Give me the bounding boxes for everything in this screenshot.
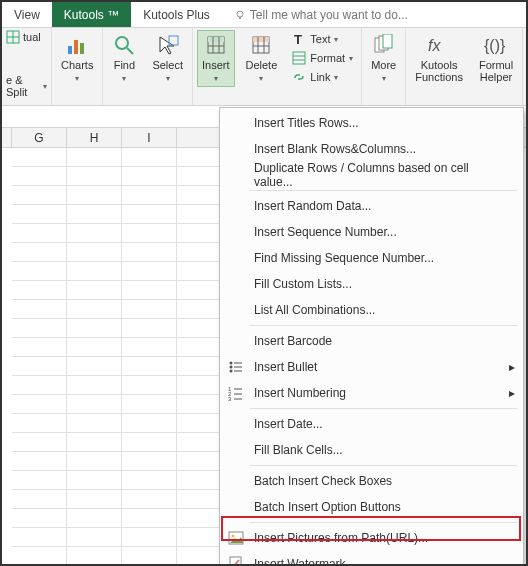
fx-icon: fx [427,33,451,57]
menu-insert-watermark[interactable]: Insert Watermark... [220,551,523,566]
tual-label: tual [23,31,41,43]
menu-label: Insert Date... [254,417,323,431]
svg-point-8 [116,37,128,49]
e-split-label[interactable]: e & Split [6,74,40,98]
svg-point-32 [230,366,233,369]
numbered-list-icon: 123 [226,383,246,403]
insert-label: Insert [202,59,230,71]
svg-rect-44 [230,557,241,566]
col-header-h[interactable]: H [67,128,122,147]
menu-label: Find Missing Sequence Number... [254,251,434,265]
svg-rect-22 [293,52,305,64]
menu-label: Batch Insert Check Boxes [254,474,392,488]
menu-separator [250,408,517,409]
menu-insert-titles-rows[interactable]: Insert Titles Rows... [220,110,523,136]
chart-icon [65,33,89,57]
menu-insert-bullet[interactable]: Insert Bullet ▸ [220,354,523,380]
lightbulb-icon [234,9,246,21]
menu-insert-sequence-number[interactable]: Insert Sequence Number... [220,219,523,245]
find-label: Find [114,59,135,71]
svg-point-0 [237,11,243,17]
tab-kutools-plus[interactable]: Kutools Plus [131,2,222,27]
format-button[interactable]: Format▾ [288,49,357,67]
svg-text:fx: fx [428,37,441,54]
menu-label: Insert Pictures from Path(URL)... [254,531,428,545]
menu-label: Insert Barcode [254,334,332,348]
more-button[interactable]: More▾ [366,30,401,87]
more-icon [372,33,396,57]
tell-me-label: Tell me what you want to do... [250,8,408,22]
chevron-right-icon: ▸ [509,360,515,374]
bullet-list-icon [226,357,246,377]
insert-dropdown-menu: Insert Titles Rows... Insert Blank Rows&… [219,107,524,566]
format-icon [292,51,306,65]
menu-insert-barcode[interactable]: Insert Barcode [220,328,523,354]
menu-label: Insert Titles Rows... [254,116,359,130]
delete-label: Delete [246,59,278,71]
formula-helper-label: Formul Helper [479,59,513,83]
format-label: Format [310,52,345,64]
menu-label: Duplicate Rows / Columns based on cell v… [254,161,503,189]
more-label: More [371,59,396,71]
text-label: Text [310,33,330,45]
select-label: Select [152,59,183,71]
menu-label: Insert Watermark... [254,557,356,566]
svg-point-30 [230,362,233,365]
menu-label: Insert Blank Rows&Columns... [254,142,416,156]
delete-icon [249,33,273,57]
tab-view[interactable]: View [2,2,52,27]
svg-line-9 [127,48,133,54]
menu-insert-date[interactable]: Insert Date... [220,411,523,437]
ribbon: tual e & Split▾ Charts▾ Find▾ [2,28,526,106]
formula-helper-button[interactable]: {()} Formul Helper [474,30,518,86]
picture-icon [226,528,246,548]
svg-rect-5 [68,46,72,54]
menu-list-all-combinations[interactable]: List All Combinations... [220,297,523,323]
kutools-functions-label: Kutools Functions [415,59,463,83]
svg-text:3: 3 [228,396,232,401]
col-header-i[interactable]: I [122,128,177,147]
menu-insert-pictures-from-path[interactable]: Insert Pictures from Path(URL)... [220,525,523,551]
kutools-functions-button[interactable]: fx Kutools Functions [410,30,468,86]
svg-rect-27 [383,34,392,48]
menu-label: Batch Insert Option Buttons [254,500,401,514]
tab-kutools[interactable]: Kutools ™ [52,2,131,27]
find-button[interactable]: Find▾ [107,30,141,87]
menu-label: List All Combinations... [254,303,375,317]
menu-fill-blank-cells[interactable]: Fill Blank Cells... [220,437,523,463]
menu-label: Fill Blank Cells... [254,443,343,457]
menu-separator [250,325,517,326]
menu-label: Insert Random Data... [254,199,371,213]
menu-label: Insert Sequence Number... [254,225,397,239]
menu-duplicate-rows-cols[interactable]: Duplicate Rows / Columns based on cell v… [220,162,523,188]
link-icon [292,70,306,84]
menu-insert-blank-rows-cols[interactable]: Insert Blank Rows&Columns... [220,136,523,162]
menu-separator [250,190,517,191]
delete-button[interactable]: Delete▾ [241,30,283,87]
menu-find-missing-sequence[interactable]: Find Missing Sequence Number... [220,245,523,271]
menu-fill-custom-lists[interactable]: Fill Custom Lists... [220,271,523,297]
charts-button[interactable]: Charts▾ [56,30,98,87]
chevron-right-icon: ▸ [509,386,515,400]
select-button[interactable]: Select▾ [147,30,188,87]
svg-rect-12 [208,37,224,42]
text-icon: T [292,32,306,46]
tell-me-search[interactable]: Tell me what you want to do... [222,2,420,27]
text-button[interactable]: T Text▾ [288,30,357,48]
cursor-icon [156,33,180,57]
ribbon-tabs: View Kutools ™ Kutools Plus Tell me what… [2,2,526,28]
col-header-g[interactable]: G [12,128,67,147]
link-label: Link [310,71,330,83]
insert-icon [204,33,228,57]
menu-batch-option-buttons[interactable]: Batch Insert Option Buttons [220,494,523,520]
link-button[interactable]: Link▾ [288,68,357,86]
svg-rect-6 [74,40,78,54]
magnifier-icon [112,33,136,57]
insert-button[interactable]: Insert▾ [197,30,235,87]
menu-label: Insert Bullet [254,360,317,374]
svg-rect-7 [80,43,84,54]
menu-insert-random-data[interactable]: Insert Random Data... [220,193,523,219]
menu-insert-numbering[interactable]: 123 Insert Numbering ▸ [220,380,523,406]
svg-rect-17 [253,37,269,42]
menu-batch-check-boxes[interactable]: Batch Insert Check Boxes [220,468,523,494]
